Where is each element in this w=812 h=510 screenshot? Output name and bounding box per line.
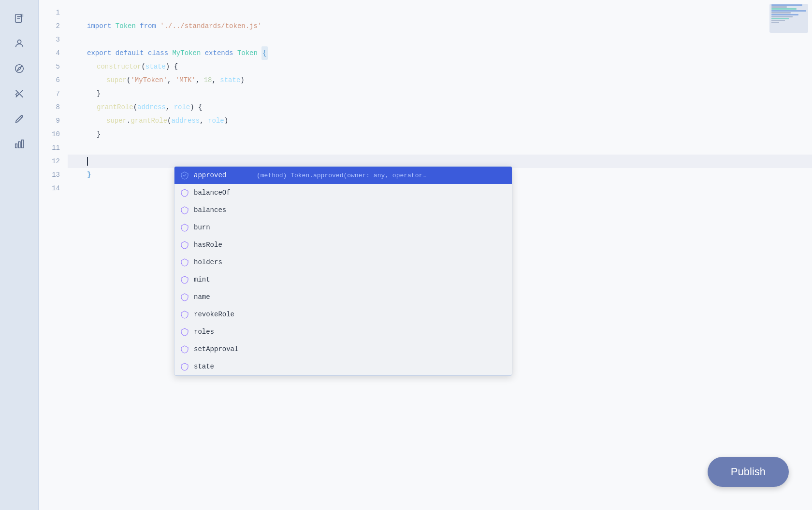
- sidebar-icon-user[interactable]: [9, 33, 30, 54]
- method-icon-9: [180, 310, 189, 319]
- editor-main: 1 2 3 4 5 6 7 8 9 10 11 12 13 14 import …: [39, 0, 812, 510]
- code-line-1: [68, 6, 812, 19]
- autocomplete-item-balances[interactable]: balances: [174, 201, 512, 219]
- autocomplete-label-revokerole: revokeRole: [194, 311, 252, 318]
- autocomplete-label-roles: roles: [194, 328, 252, 336]
- autocomplete-item-setapproval[interactable]: setApproval: [174, 340, 512, 358]
- code-line-5: constructor(state) {: [68, 60, 812, 73]
- sidebar-icon-pencil[interactable]: [9, 108, 30, 129]
- svg-rect-1: [20, 14, 23, 17]
- method-icon-12: [180, 362, 189, 371]
- method-icon-11: [180, 345, 189, 354]
- method-icon-8: [180, 293, 189, 301]
- code-line-6: super('MyToken', 'MTK', 18, state): [68, 73, 812, 87]
- minimap: [769, 4, 808, 33]
- autocomplete-label-balances: balances: [194, 206, 252, 214]
- autocomplete-label-name: name: [194, 293, 252, 301]
- autocomplete-item-holders[interactable]: holders: [174, 254, 512, 271]
- method-icon-2: [180, 188, 189, 197]
- sidebar-icon-file[interactable]: [9, 8, 30, 29]
- code-line-4: export default class MyToken extends Tok…: [68, 46, 812, 60]
- code-line-9: super.grantRole(address, role): [68, 114, 812, 128]
- method-icon-4: [180, 223, 189, 232]
- autocomplete-item-hasrole[interactable]: hasRole: [174, 236, 512, 254]
- autocomplete-dropdown[interactable]: approved (method) Token.approved(owner: …: [174, 166, 512, 376]
- sidebar: [0, 0, 39, 510]
- autocomplete-item-balanceof[interactable]: balanceOf: [174, 184, 512, 201]
- code-line-8: grantRole(address, role) {: [68, 100, 812, 114]
- sidebar-icon-tools[interactable]: [9, 83, 30, 104]
- autocomplete-detail-approved: (method) Token.approved(owner: any, oper…: [257, 172, 426, 179]
- text-cursor: [87, 157, 88, 166]
- autocomplete-label-holders: holders: [194, 258, 252, 266]
- autocomplete-item-approved[interactable]: approved (method) Token.approved(owner: …: [174, 167, 512, 184]
- publish-button[interactable]: Publish: [708, 457, 789, 487]
- svg-rect-5: [18, 142, 20, 148]
- method-icon: [180, 171, 189, 180]
- svg-rect-6: [21, 140, 23, 148]
- autocomplete-item-roles[interactable]: roles: [174, 323, 512, 340]
- method-icon-5: [180, 241, 189, 249]
- svg-point-2: [17, 40, 21, 43]
- method-icon-6: [180, 258, 189, 267]
- autocomplete-item-mint[interactable]: mint: [174, 271, 512, 288]
- svg-rect-4: [15, 144, 17, 148]
- autocomplete-item-revokerole[interactable]: revokeRole: [174, 306, 512, 323]
- sidebar-icon-compass[interactable]: [9, 58, 30, 79]
- code-line-7: }: [68, 87, 812, 100]
- autocomplete-label-approved: approved: [194, 171, 252, 179]
- code-line-11: [68, 141, 812, 155]
- autocomplete-label-setapproval: setApproval: [194, 345, 252, 353]
- autocomplete-item-name[interactable]: name: [174, 288, 512, 306]
- line-numbers: 1 2 3 4 5 6 7 8 9 10 11 12 13 14: [39, 0, 68, 510]
- autocomplete-label-state: state: [194, 363, 252, 370]
- autocomplete-label-balanceof: balanceOf: [194, 189, 252, 197]
- code-editor[interactable]: 1 2 3 4 5 6 7 8 9 10 11 12 13 14 import …: [39, 0, 812, 510]
- autocomplete-label-mint: mint: [194, 276, 252, 283]
- autocomplete-item-state[interactable]: state: [174, 358, 512, 375]
- code-line-10: }: [68, 128, 812, 141]
- autocomplete-label-burn: burn: [194, 224, 252, 231]
- autocomplete-item-burn[interactable]: burn: [174, 219, 512, 236]
- autocomplete-label-hasrole: hasRole: [194, 241, 252, 249]
- method-icon-10: [180, 327, 189, 336]
- method-icon-3: [180, 206, 189, 214]
- code-line-2: import Token from './../standards/token.…: [68, 19, 812, 33]
- method-icon-7: [180, 275, 189, 284]
- sidebar-icon-chart[interactable]: [9, 133, 30, 155]
- code-line-3: [68, 33, 812, 46]
